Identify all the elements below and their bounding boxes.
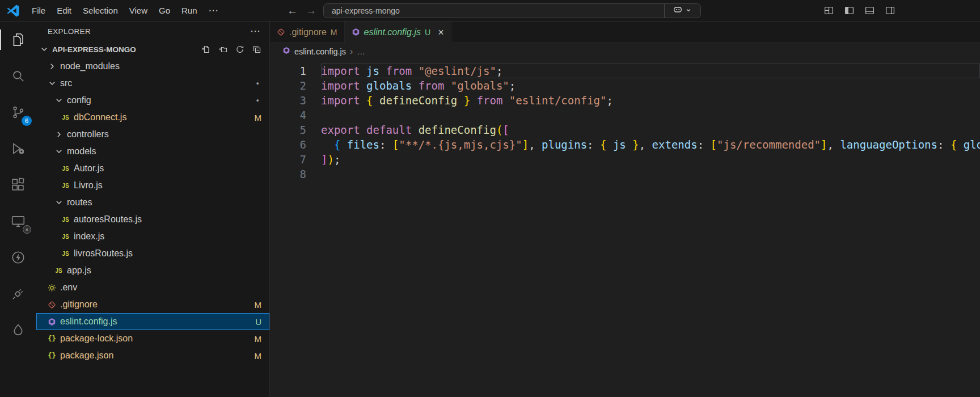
tab-gitignore[interactable]: .gitignore M — [270, 22, 345, 43]
menu-view[interactable]: View — [124, 0, 153, 21]
git-status-badge: M — [255, 334, 262, 344]
activitybar-plug[interactable] — [0, 276, 36, 312]
activitybar-explorer[interactable] — [0, 22, 36, 58]
breadcrumb-file[interactable]: eslint.config.js — [294, 47, 346, 56]
workspace-search-label: api-express-mongo — [324, 6, 664, 15]
tab-label: eslint.config.js — [364, 27, 421, 37]
line-number: 3 — [270, 93, 321, 108]
menu-run[interactable]: Run — [176, 0, 203, 21]
code-area[interactable]: 1import js from "@eslint/js";2import glo… — [270, 60, 980, 397]
code-line-6[interactable]: 6 { files: ["**/*.{js,mjs,cjs}"], plugin… — [270, 137, 980, 152]
js-file-icon: JS — [53, 265, 64, 276]
tree-item-package-lock-json[interactable]: {}package-lock.jsonM — [36, 330, 269, 347]
more-actions-icon[interactable]: ⋯ — [250, 25, 260, 37]
tree-item-routes[interactable]: routes — [36, 194, 269, 211]
lightning-circle-icon — [11, 250, 26, 265]
tree-item-config[interactable]: config● — [36, 92, 269, 109]
menu-overflow[interactable]: ⋯ — [203, 5, 224, 16]
workspace-section-header[interactable]: API-EXPRESS-MONGO — [36, 41, 269, 58]
code-line-3[interactable]: 3import { defineConfig } from "eslint/co… — [270, 93, 980, 108]
back-arrow-icon[interactable]: ← — [287, 5, 298, 17]
tree-item-label: Livro.js — [74, 180, 103, 191]
tree-item-index-js[interactable]: JSindex.js — [36, 228, 269, 245]
customize-layout-icon[interactable] — [824, 6, 834, 15]
eslint-icon — [352, 28, 360, 36]
toggle-panel-icon[interactable] — [865, 6, 875, 15]
git-diamond-icon — [277, 28, 285, 36]
code-line-2[interactable]: 2import globals from "globals"; — [270, 78, 980, 93]
new-file-icon[interactable] — [201, 45, 210, 54]
activitybar-search[interactable] — [0, 58, 36, 94]
tree-item-gitignore[interactable]: .gitignoreM — [36, 296, 269, 313]
monitor-status-badge: × — [23, 225, 31, 234]
files-icon — [11, 32, 26, 47]
tree-item-controllers[interactable]: controllers — [36, 126, 269, 143]
tree-item-node-modules[interactable]: node_modules — [36, 58, 269, 75]
pane-title: EXPLORER — [48, 27, 91, 36]
forward-arrow-icon[interactable]: → — [306, 5, 316, 17]
activitybar-monitor[interactable]: × — [0, 203, 36, 239]
search-icon — [11, 69, 26, 83]
code-line-4[interactable]: 4 — [270, 108, 980, 123]
tree-item-livrosroutes-js[interactable]: JSlivrosRoutes.js — [36, 245, 269, 262]
tree-item-label: controllers — [67, 129, 109, 140]
js-file-icon: JS — [60, 231, 71, 242]
menu-edit[interactable]: Edit — [51, 0, 77, 21]
activitybar-thunder[interactable] — [0, 239, 36, 276]
code-line-1[interactable]: 1import js from "@eslint/js"; — [270, 64, 980, 78]
menu-selection[interactable]: Selection — [77, 0, 124, 21]
refresh-icon[interactable] — [235, 45, 244, 54]
tree-item-dbconnect-js[interactable]: JSdbConnect.jsM — [36, 109, 269, 126]
tree-item-package-json[interactable]: {}package.jsonM — [36, 347, 269, 364]
line-number: 4 — [270, 108, 321, 123]
tree-item-src[interactable]: src● — [36, 75, 269, 92]
git-status-badge: U — [425, 28, 430, 37]
tree-item-label: package.json — [60, 350, 113, 361]
git-status-badge: M — [255, 351, 262, 361]
scm-count-badge: 6 — [22, 116, 32, 126]
code-line-8[interactable]: 8 — [270, 167, 980, 181]
git-status-badge: M — [255, 300, 262, 310]
line-number: 8 — [270, 167, 321, 181]
chevron-down-icon — [39, 44, 49, 55]
gear-icon — [47, 282, 57, 293]
tree-item-livro-js[interactable]: JSLivro.js — [36, 177, 269, 194]
tree-item-label: node_modules — [60, 61, 120, 71]
breadcrumb-symbol[interactable]: … — [357, 47, 365, 56]
activitybar-drop[interactable] — [0, 312, 36, 348]
tree-item-label: package-lock.json — [60, 333, 133, 344]
drop-icon — [11, 323, 26, 337]
js-file-icon: JS — [60, 214, 71, 225]
tree-item-autoresroutes-js[interactable]: JSautoresRoutes.js — [36, 211, 269, 228]
toggle-sidebar-right-icon[interactable] — [885, 6, 895, 15]
tab-label: .gitignore — [289, 27, 327, 37]
tree-item-models[interactable]: models — [36, 143, 269, 160]
file-tree: node_modulessrc●config●JSdbConnect.jsMco… — [36, 58, 269, 397]
git-status-badge: M — [331, 28, 337, 37]
tab-eslint-config[interactable]: eslint.config.js U × — [345, 22, 451, 43]
activitybar-source-control[interactable]: 6 — [0, 94, 36, 130]
copilot-menu[interactable] — [664, 4, 700, 18]
menu-go[interactable]: Go — [153, 0, 176, 21]
code-line-7[interactable]: 7]); — [270, 152, 980, 167]
code-line-5[interactable]: 5export default defineConfig([ — [270, 123, 980, 137]
tree-item-autor-js[interactable]: JSAutor.js — [36, 160, 269, 177]
command-center[interactable]: api-express-mongo — [323, 3, 701, 18]
collapse-all-icon[interactable] — [252, 45, 261, 54]
toggle-sidebar-left-icon[interactable] — [844, 6, 854, 15]
tree-item-env[interactable]: .env — [36, 279, 269, 296]
close-icon[interactable]: × — [438, 27, 444, 37]
tree-item-eslint-config-js[interactable]: eslint.config.jsU — [36, 313, 269, 330]
layout-controls — [824, 0, 895, 21]
menu-file[interactable]: File — [26, 0, 51, 21]
tree-item-label: models — [67, 146, 96, 157]
activitybar-extensions[interactable] — [0, 167, 36, 203]
new-folder-icon[interactable] — [218, 45, 227, 54]
js-file-icon: JS — [60, 163, 71, 174]
line-number: 7 — [270, 152, 321, 167]
chevron-down-icon — [53, 95, 64, 106]
history-navigation: ← → — [287, 0, 316, 21]
activitybar-run-debug[interactable] — [0, 130, 36, 167]
changes-dot: ● — [256, 98, 259, 103]
tree-item-app-js[interactable]: JSapp.js — [36, 262, 269, 279]
